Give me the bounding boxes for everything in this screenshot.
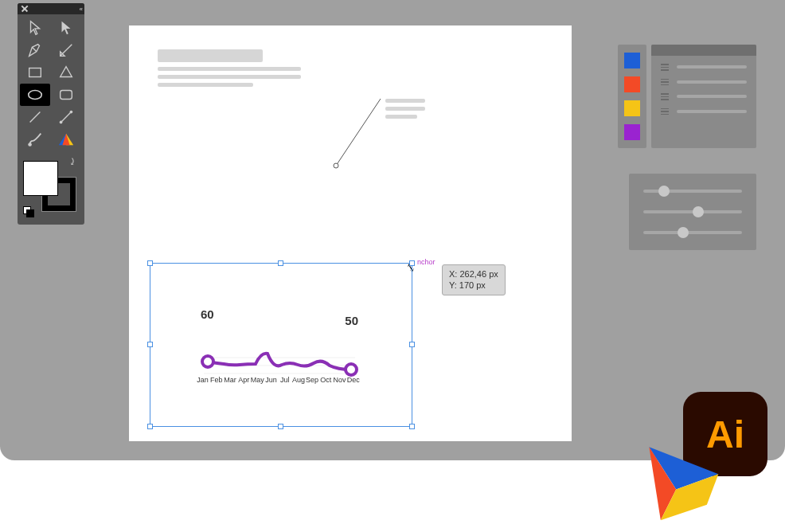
chart-start-value: 60 bbox=[201, 307, 214, 321]
layer-item bbox=[677, 80, 747, 84]
resize-handle[interactable] bbox=[147, 342, 153, 347]
placeholder-line bbox=[385, 115, 417, 119]
svg-point-6 bbox=[70, 111, 73, 114]
svg-line-3 bbox=[30, 112, 41, 123]
sliders-panel[interactable] bbox=[629, 174, 756, 250]
slider-thumb[interactable] bbox=[678, 227, 689, 238]
chart-end-value: 50 bbox=[345, 314, 358, 327]
anchor-label: nchor bbox=[417, 258, 435, 266]
drag-handle-icon[interactable] bbox=[661, 79, 669, 86]
path-segment[interactable] bbox=[333, 96, 389, 169]
slider[interactable] bbox=[643, 190, 742, 193]
svg-rect-0 bbox=[29, 68, 41, 77]
resize-handle[interactable] bbox=[147, 424, 153, 429]
drag-handle-icon[interactable] bbox=[661, 108, 669, 115]
tooltip-x: X: 262,46 px bbox=[449, 268, 498, 280]
svg-rect-2 bbox=[61, 91, 72, 100]
resize-handle[interactable] bbox=[278, 260, 283, 266]
swatches-panel[interactable] bbox=[618, 45, 646, 148]
slider[interactable] bbox=[643, 231, 742, 234]
layer-item bbox=[677, 110, 747, 113]
color-wheel-tool[interactable] bbox=[51, 128, 81, 151]
coordinate-tooltip: X: 262,46 px Y: 170 px bbox=[442, 264, 506, 295]
tool-grid bbox=[18, 14, 84, 153]
right-panels-top bbox=[618, 45, 756, 148]
svg-point-7 bbox=[28, 143, 32, 147]
layer-row[interactable] bbox=[661, 108, 747, 115]
swatch-purple[interactable] bbox=[624, 124, 640, 140]
tools-panel[interactable]: « ⤸ bbox=[18, 3, 84, 225]
svg-point-14 bbox=[346, 364, 357, 375]
drag-handle-icon[interactable] bbox=[661, 93, 669, 100]
line-tool[interactable] bbox=[20, 106, 50, 128]
placeholder-line bbox=[385, 107, 425, 111]
placeholder-line bbox=[158, 83, 253, 87]
add-anchor-tool[interactable] bbox=[51, 39, 81, 61]
segment-tool[interactable] bbox=[51, 106, 81, 128]
drag-handle-icon[interactable] bbox=[661, 64, 669, 71]
pen-tool[interactable] bbox=[20, 39, 50, 61]
layers-panel[interactable] bbox=[651, 45, 756, 148]
workspace: « ⤸ bbox=[0, 0, 785, 460]
rounded-rect-tool[interactable] bbox=[51, 84, 81, 106]
placeholder-line bbox=[385, 99, 425, 103]
rectangle-tool[interactable] bbox=[20, 61, 50, 84]
layer-item bbox=[677, 95, 747, 98]
svg-line-8 bbox=[336, 99, 381, 166]
placeholder-heading bbox=[158, 49, 263, 62]
resize-handle[interactable] bbox=[147, 260, 153, 266]
color-swatch-area[interactable]: ⤸ bbox=[18, 153, 84, 217]
polygon-tool[interactable] bbox=[51, 61, 81, 84]
svg-point-1 bbox=[29, 91, 42, 100]
default-colors-icon[interactable] bbox=[23, 206, 31, 214]
layer-item bbox=[677, 65, 747, 68]
direct-selection-tool[interactable] bbox=[51, 17, 81, 39]
tools-panel-header[interactable]: « bbox=[18, 3, 84, 14]
svg-point-13 bbox=[202, 356, 213, 367]
resize-handle[interactable] bbox=[409, 424, 415, 429]
resize-handle[interactable] bbox=[278, 424, 283, 429]
brush-tool[interactable] bbox=[20, 128, 50, 151]
layer-row[interactable] bbox=[661, 79, 747, 86]
ellipse-tool[interactable] bbox=[20, 84, 50, 106]
selection-tool[interactable] bbox=[20, 17, 50, 39]
foreground-swatch[interactable] bbox=[23, 161, 58, 196]
layer-row[interactable] bbox=[661, 64, 747, 71]
svg-point-5 bbox=[60, 121, 63, 124]
chart-x-axis: JanFebMarAprMayJunJulAugSepOctNovDec bbox=[196, 376, 360, 384]
swatch-red[interactable] bbox=[624, 76, 640, 92]
swatch-blue[interactable] bbox=[624, 53, 640, 68]
slider-thumb[interactable] bbox=[658, 186, 670, 197]
resize-handle[interactable] bbox=[409, 342, 415, 347]
tooltip-y: Y: 170 px bbox=[449, 280, 498, 291]
resize-handle[interactable] bbox=[409, 260, 415, 266]
slider-thumb[interactable] bbox=[693, 206, 704, 217]
layers-panel-header[interactable] bbox=[651, 45, 756, 56]
artboard[interactable]: nchor ⤡ X: 262,46 px Y: 170 px 60 50 bbox=[129, 25, 572, 441]
placeholder-line bbox=[158, 75, 301, 79]
placeholder-line bbox=[158, 67, 301, 71]
line-chart[interactable]: 60 50 JanFebMarAprMayJunJulAugSepOctNovD… bbox=[196, 307, 363, 411]
swatch-yellow[interactable] bbox=[624, 100, 640, 116]
svg-point-9 bbox=[334, 163, 338, 168]
svg-line-4 bbox=[61, 112, 72, 123]
close-icon[interactable] bbox=[21, 5, 29, 13]
triangle-logo-icon bbox=[634, 432, 726, 524]
swap-colors-icon[interactable]: ⤸ bbox=[68, 156, 80, 167]
layer-row[interactable] bbox=[661, 93, 747, 100]
collapse-icon[interactable]: « bbox=[80, 6, 81, 13]
slider[interactable] bbox=[643, 210, 742, 213]
